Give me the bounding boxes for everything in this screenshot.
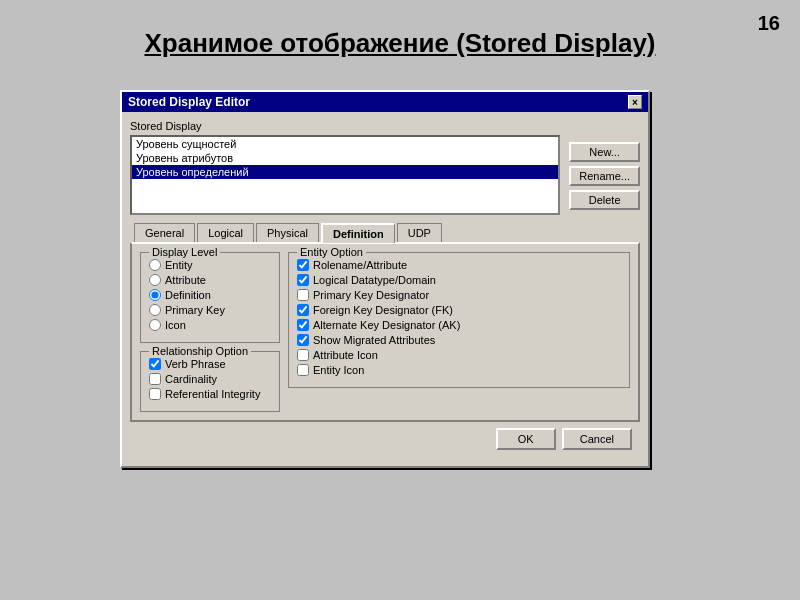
chk-primary-key-designator-label: Primary Key Designator [313, 289, 429, 301]
entity-option-column: Entity Option Rolename/Attribute Logical… [288, 252, 630, 412]
radio-definition: Definition [149, 289, 271, 301]
chk-foreign-key-input[interactable] [297, 304, 309, 316]
list-item[interactable]: Уровень сущностей [132, 137, 558, 151]
chk-show-migrated: Show Migrated Attributes [297, 334, 621, 346]
chk-verb-phrase-label: Verb Phrase [165, 358, 226, 370]
delete-button[interactable]: Delete [569, 190, 640, 210]
radio-entity: Entity [149, 259, 271, 271]
dialog-footer: OK Cancel [130, 422, 640, 458]
listbox-section: Уровень сущностей Уровень атрибутов Уров… [130, 135, 560, 215]
radio-icon-label: Icon [165, 319, 186, 331]
chk-foreign-key-label: Foreign Key Designator (FK) [313, 304, 453, 316]
radio-definition-label: Definition [165, 289, 211, 301]
tab-definition[interactable]: Definition [321, 223, 395, 243]
chk-referential-integrity-label: Referential Integrity [165, 388, 260, 400]
radio-primary-key: Primary Key [149, 304, 271, 316]
radio-icon-input[interactable] [149, 319, 161, 331]
tab-columns: Display Level Entity Attribute Definitio… [140, 252, 630, 412]
radio-primary-key-label: Primary Key [165, 304, 225, 316]
radio-definition-input[interactable] [149, 289, 161, 301]
list-item[interactable]: Уровень атрибутов [132, 151, 558, 165]
chk-verb-phrase-input[interactable] [149, 358, 161, 370]
chk-cardinality-label: Cardinality [165, 373, 217, 385]
display-level-group: Display Level Entity Attribute Definitio… [140, 252, 280, 343]
chk-alternate-key-label: Alternate Key Designator (AK) [313, 319, 460, 331]
chk-referential-integrity-input[interactable] [149, 388, 161, 400]
ok-button[interactable]: OK [496, 428, 556, 450]
chk-cardinality: Cardinality [149, 373, 271, 385]
relationship-option-group: Relationship Option Verb Phrase Cardinal… [140, 351, 280, 412]
tabs-row: General Logical Physical Definition UDP [130, 223, 640, 243]
rename-button[interactable]: Rename... [569, 166, 640, 186]
close-button[interactable]: × [628, 95, 642, 109]
tab-physical[interactable]: Physical [256, 223, 319, 243]
stored-display-listbox[interactable]: Уровень сущностей Уровень атрибутов Уров… [130, 135, 560, 215]
chk-show-migrated-input[interactable] [297, 334, 309, 346]
chk-referential-integrity: Referential Integrity [149, 388, 271, 400]
relationship-option-title: Relationship Option [149, 345, 251, 357]
tab-logical[interactable]: Logical [197, 223, 254, 243]
chk-primary-key-designator-input[interactable] [297, 289, 309, 301]
page-number: 16 [758, 12, 780, 35]
tab-content: Display Level Entity Attribute Definitio… [130, 242, 640, 422]
dialog-titlebar: Stored Display Editor × [122, 92, 648, 112]
chk-alternate-key-input[interactable] [297, 319, 309, 331]
cancel-button[interactable]: Cancel [562, 428, 632, 450]
display-level-title: Display Level [149, 246, 220, 258]
chk-attribute-icon-label: Attribute Icon [313, 349, 378, 361]
chk-foreign-key: Foreign Key Designator (FK) [297, 304, 621, 316]
right-buttons: New... Rename... Delete [569, 142, 640, 210]
chk-rolename-attribute: Rolename/Attribute [297, 259, 621, 271]
radio-attribute-label: Attribute [165, 274, 206, 286]
chk-attribute-icon: Attribute Icon [297, 349, 621, 361]
chk-cardinality-input[interactable] [149, 373, 161, 385]
dialog-title: Stored Display Editor [128, 95, 250, 109]
tab-udp[interactable]: UDP [397, 223, 442, 243]
radio-icon: Icon [149, 319, 271, 331]
new-button[interactable]: New... [569, 142, 640, 162]
chk-logical-datatype-label: Logical Datatype/Domain [313, 274, 436, 286]
chk-rolename-label: Rolename/Attribute [313, 259, 407, 271]
chk-logical-datatype: Logical Datatype/Domain [297, 274, 621, 286]
chk-entity-icon: Entity Icon [297, 364, 621, 376]
chk-entity-icon-label: Entity Icon [313, 364, 364, 376]
radio-attribute: Attribute [149, 274, 271, 286]
chk-entity-icon-input[interactable] [297, 364, 309, 376]
chk-logical-datatype-input[interactable] [297, 274, 309, 286]
radio-primary-key-input[interactable] [149, 304, 161, 316]
tab-general[interactable]: General [134, 223, 195, 243]
chk-attribute-icon-input[interactable] [297, 349, 309, 361]
stored-display-label: Stored Display [130, 120, 640, 132]
chk-primary-key-designator: Primary Key Designator [297, 289, 621, 301]
list-item[interactable]: Уровень определений [132, 165, 558, 179]
entity-option-title: Entity Option [297, 246, 366, 258]
dialog-body: Stored Display Уровень сущностей Уровень… [122, 112, 648, 466]
page-title: Хранимое отображение (Stored Display) [144, 28, 655, 59]
radio-entity-label: Entity [165, 259, 193, 271]
chk-verb-phrase: Verb Phrase [149, 358, 271, 370]
entity-option-group: Entity Option Rolename/Attribute Logical… [288, 252, 630, 388]
chk-show-migrated-label: Show Migrated Attributes [313, 334, 435, 346]
radio-entity-input[interactable] [149, 259, 161, 271]
radio-attribute-input[interactable] [149, 274, 161, 286]
display-level-column: Display Level Entity Attribute Definitio… [140, 252, 280, 412]
stored-display-editor-dialog: Stored Display Editor × Stored Display У… [120, 90, 650, 468]
chk-rolename-input[interactable] [297, 259, 309, 271]
chk-alternate-key: Alternate Key Designator (AK) [297, 319, 621, 331]
